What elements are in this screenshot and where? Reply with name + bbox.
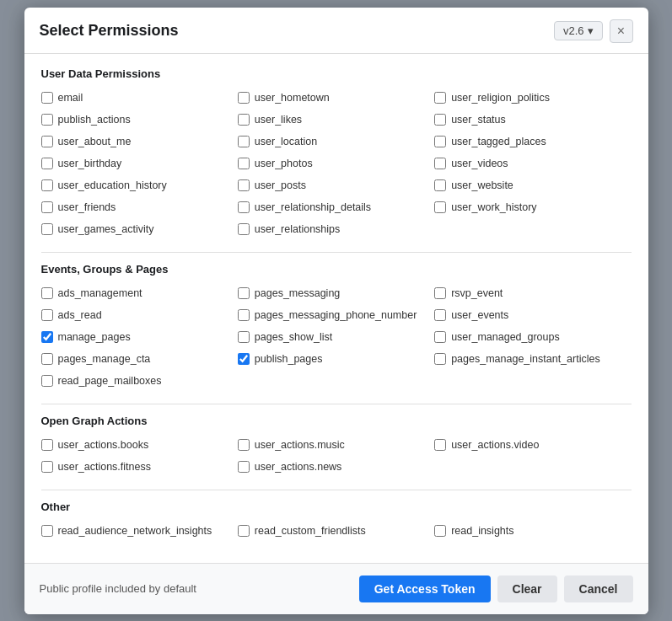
label-manage_pages: manage_pages — [58, 331, 131, 343]
label-user_religion_politics: user_religion_politics — [451, 92, 550, 104]
header-right: v2.6 ▾ × — [554, 19, 633, 43]
checkbox-user_actions_video[interactable] — [434, 439, 446, 451]
permission-item: user_religion_politics — [434, 88, 631, 107]
permissions-grid-open-graph: user_actions.booksuser_actions.musicuser… — [41, 436, 632, 476]
permission-item: pages_messaging — [238, 284, 434, 302]
permission-item: publish_pages — [238, 350, 434, 368]
permission-item — [434, 458, 631, 476]
permission-item: email — [41, 88, 238, 107]
checkbox-read_page_mailboxes[interactable] — [41, 375, 53, 387]
checkbox-read_custom_friendlists[interactable] — [238, 525, 250, 537]
checkbox-user_managed_groups[interactable] — [434, 331, 446, 343]
permission-item: user_work_history — [434, 198, 631, 217]
checkbox-user_hometown[interactable] — [238, 92, 250, 104]
label-user_actions_fitness: user_actions.fitness — [58, 461, 151, 473]
section-divider — [41, 404, 632, 404]
checkbox-user_work_history[interactable] — [434, 201, 446, 213]
modal-footer: Public profile included by default Get A… — [24, 563, 648, 614]
permission-item: user_actions.music — [238, 436, 434, 454]
checkbox-ads_management[interactable] — [41, 287, 53, 299]
checkbox-pages_messaging_phone_number[interactable] — [238, 309, 250, 321]
permission-item: user_location — [238, 132, 434, 151]
label-user_hometown: user_hometown — [255, 92, 330, 104]
close-icon: × — [617, 24, 625, 39]
checkbox-user_location[interactable] — [238, 136, 250, 147]
version-badge[interactable]: v2.6 ▾ — [554, 21, 603, 40]
permission-item: read_audience_network_insights — [41, 522, 238, 540]
permission-item: user_relationship_details — [238, 198, 434, 217]
permission-item: rsvp_event — [434, 284, 631, 302]
permission-item: user_likes — [238, 110, 434, 129]
permission-item: pages_manage_cta — [41, 350, 238, 368]
checkbox-ads_read[interactable] — [41, 309, 53, 321]
modal-overlay: Select Permissions v2.6 ▾ × User Data Pe… — [0, 0, 672, 621]
checkbox-user_games_activity[interactable] — [41, 223, 53, 235]
permission-item: user_actions.news — [238, 458, 434, 476]
label-user_relationships: user_relationships — [255, 223, 340, 235]
checkbox-user_actions_books[interactable] — [41, 439, 53, 451]
permission-item: user_actions.fitness — [41, 458, 238, 476]
checkbox-manage_pages[interactable] — [41, 331, 53, 343]
label-pages_show_list: pages_show_list — [255, 331, 332, 343]
checkbox-pages_manage_cta[interactable] — [41, 353, 53, 365]
modal-title: Select Permissions — [40, 22, 179, 40]
checkbox-pages_show_list[interactable] — [238, 331, 250, 343]
section-divider — [41, 490, 632, 490]
checkbox-pages_manage_instant_articles[interactable] — [434, 353, 446, 365]
checkbox-email[interactable] — [41, 92, 53, 104]
checkbox-user_birthday[interactable] — [41, 158, 53, 169]
checkbox-read_audience_network_insights[interactable] — [41, 525, 53, 537]
permission-item: pages_show_list — [238, 328, 434, 346]
label-user_relationship_details: user_relationship_details — [255, 201, 371, 213]
permission-item: user_events — [434, 306, 631, 324]
label-user_birthday: user_birthday — [58, 158, 122, 169]
checkbox-user_relationships[interactable] — [238, 223, 250, 235]
checkbox-user_status[interactable] — [434, 114, 446, 126]
permission-item: user_posts — [238, 176, 434, 195]
checkbox-user_photos[interactable] — [238, 158, 250, 169]
footer-note: Public profile included by default — [40, 582, 196, 595]
permission-item: user_actions.video — [434, 436, 631, 454]
section-divider — [41, 252, 632, 253]
checkbox-user_tagged_places[interactable] — [434, 136, 446, 147]
section-title-user-data: User Data Permissions — [41, 67, 632, 80]
label-read_insights: read_insights — [451, 525, 513, 537]
checkbox-user_likes[interactable] — [238, 114, 250, 126]
checkbox-read_insights[interactable] — [434, 525, 446, 537]
checkbox-user_friends[interactable] — [41, 201, 53, 213]
permission-item: manage_pages — [41, 328, 238, 346]
checkbox-user_website[interactable] — [434, 179, 446, 191]
label-user_work_history: user_work_history — [451, 201, 536, 213]
checkbox-user_education_history[interactable] — [41, 179, 53, 191]
permission-item: user_videos — [434, 154, 631, 173]
close-button[interactable]: × — [610, 19, 633, 43]
permission-item: user_birthday — [41, 154, 238, 173]
label-ads_management: ads_management — [58, 287, 142, 299]
checkbox-user_actions_music[interactable] — [238, 439, 250, 451]
permission-item: pages_messaging_phone_number — [238, 306, 434, 324]
checkbox-rsvp_event[interactable] — [434, 287, 446, 299]
permission-item: read_insights — [434, 522, 631, 540]
label-user_actions_books: user_actions.books — [58, 439, 149, 451]
label-ads_read: ads_read — [58, 309, 102, 321]
checkbox-pages_messaging[interactable] — [238, 287, 250, 299]
version-label: v2.6 — [563, 24, 584, 37]
cancel-button[interactable]: Cancel — [564, 575, 633, 602]
checkbox-user_events[interactable] — [434, 309, 446, 321]
clear-button[interactable]: Clear — [497, 575, 557, 602]
checkbox-user_about_me[interactable] — [41, 136, 53, 147]
checkbox-user_posts[interactable] — [238, 179, 250, 191]
checkbox-publish_actions[interactable] — [41, 114, 53, 126]
label-pages_manage_instant_articles: pages_manage_instant_articles — [451, 353, 600, 365]
checkbox-publish_pages[interactable] — [238, 353, 250, 365]
checkbox-user_actions_fitness[interactable] — [41, 461, 53, 473]
checkbox-user_religion_politics[interactable] — [434, 92, 446, 104]
section-title-open-graph: Open Graph Actions — [41, 415, 632, 427]
permission-item: user_tagged_places — [434, 132, 631, 151]
checkbox-user_videos[interactable] — [434, 158, 446, 169]
label-user_education_history: user_education_history — [58, 179, 167, 191]
checkbox-user_actions_news[interactable] — [238, 461, 250, 473]
label-user_about_me: user_about_me — [58, 136, 132, 147]
get-access-token-button[interactable]: Get Access Token — [359, 575, 491, 602]
checkbox-user_relationship_details[interactable] — [238, 201, 250, 213]
